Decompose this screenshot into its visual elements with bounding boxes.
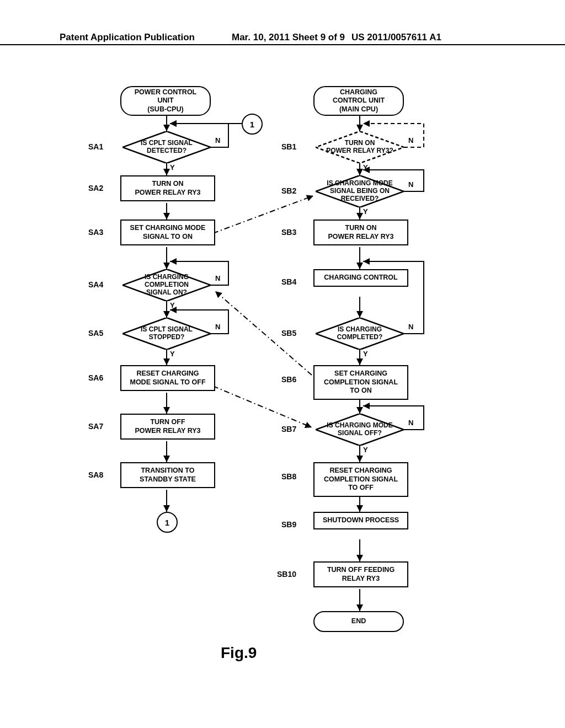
decision-sa4: IS CHARGING COMPLETION SIGNAL ON? [122,269,211,301]
connector-bottom-text: 1 [165,518,169,527]
label-sa8: SA8 [88,470,103,479]
label-sa5: SA5 [88,329,103,338]
sb5-text: IS CHARGING COMPLETED? [316,326,404,341]
label-sb5: SB5 [281,329,296,338]
figure-label: Fig.9 [221,644,257,662]
flowchart-edges [0,83,565,700]
header-date-sheet: Mar. 10, 2011 Sheet 9 of 9 [232,32,345,43]
label-sb1: SB1 [281,142,296,151]
header-publication: Patent Application Publication [60,32,195,43]
sb7-yes: Y [363,446,368,454]
sa5-text: IS CPLT SIGNAL STOPPED? [122,326,211,341]
label-sb9: SB9 [281,520,296,529]
sb5-no: N [408,323,413,331]
connector-bottom: 1 [157,512,178,533]
label-sa1: SA1 [88,142,103,151]
label-sb2: SB2 [281,186,296,195]
left-start-text: POWER CONTROL UNIT (SUB-CPU) [135,88,197,114]
label-sb6: SB6 [281,375,296,384]
sa8-text: TRANSITION TO STANDBY STATE [140,467,196,484]
sb2-yes: Y [363,207,368,216]
process-sa6: RESET CHARGING MODE SIGNAL TO OFF [120,365,215,391]
process-sb3: TURN ON POWER RELAY RY3 [313,220,408,245]
process-sb10: TURN OFF FEEDING RELAY RY3 [313,561,408,587]
sb5-yes: Y [363,350,368,358]
label-sa2: SA2 [88,184,103,192]
sb3-text: TURN ON POWER RELAY RY3 [328,224,393,241]
header-pub-number: US 2011/0057611 A1 [351,32,441,43]
svg-line-22 [213,386,312,427]
sb2-text: IS CHARGING MODE SIGNAL BEING ON RECEIVE… [316,180,404,202]
sb1-text: TURN ON POWER RELAY RY3? [316,140,403,155]
sb1-no: N [408,136,413,144]
sb4-text: CHARGING CONTROL [324,274,397,282]
sa2-text: TURN ON POWER RELAY RY3 [135,180,200,197]
process-sb6: SET CHARGING COMPLETION SIGNAL TO ON [313,365,408,400]
sa1-yes: Y [170,163,175,172]
process-sa7: TURN OFF POWER RELAY RY3 [120,414,215,440]
sa5-no: N [215,323,220,331]
sb7-no: N [408,419,413,427]
label-sb10: SB10 [277,570,296,579]
right-terminator-start: CHARGING CONTROL UNIT (MAIN CPU) [313,86,404,116]
sb2-no: N [408,180,413,189]
sa6-text: RESET CHARGING MODE SIGNAL TO OFF [130,370,205,387]
sa4-yes: Y [170,301,175,309]
decision-sa1: IS CPLT SIGNAL DETECTED? [122,131,211,163]
process-sb4: CHARGING CONTROL [313,269,408,287]
right-end-text: END [351,617,366,626]
label-sa7: SA7 [88,422,103,431]
sb10-text: TURN OFF FEEDING RELAY RY3 [327,566,395,583]
decision-sb1: TURN ON POWER RELAY RY3? [316,131,404,163]
connector-top-text: 1 [250,120,254,129]
svg-line-20 [213,196,313,233]
process-sa3: SET CHARGING MODE SIGNAL TO ON [120,220,215,245]
sb1-yes: Y [363,163,368,172]
label-sb3: SB3 [281,228,296,237]
sa1-no: N [215,136,220,144]
connector-top: 1 [242,114,263,135]
decision-sb7: IS CHARGING MODE SIGNAL OFF? [316,414,404,446]
sb8-text: RESET CHARGING COMPLETION SIGNAL TO OFF [324,467,398,493]
sa5-yes: Y [170,350,175,358]
process-sa8: TRANSITION TO STANDBY STATE [120,462,215,488]
sa4-no: N [215,274,220,282]
sb7-text: IS CHARGING MODE SIGNAL OFF? [316,422,404,437]
label-sb8: SB8 [281,472,296,481]
label-sa3: SA3 [88,228,103,237]
label-sb4: SB4 [281,277,296,286]
sa4-text: IS CHARGING COMPLETION SIGNAL ON? [122,274,211,296]
decision-sa5: IS CPLT SIGNAL STOPPED? [122,318,211,350]
label-sa4: SA4 [88,280,103,289]
process-sa2: TURN ON POWER RELAY RY3 [120,175,215,201]
sa3-text: SET CHARGING MODE SIGNAL TO ON [130,224,206,241]
decision-sb5: IS CHARGING COMPLETED? [316,318,404,350]
sb6-text: SET CHARGING COMPLETION SIGNAL TO ON [324,370,398,395]
process-sb8: RESET CHARGING COMPLETION SIGNAL TO OFF [313,462,408,497]
sa7-text: TURN OFF POWER RELAY RY3 [135,418,200,435]
label-sb7: SB7 [281,425,296,433]
sb9-text: SHUTDOWN PROCESS [323,516,399,525]
sa1-text: IS CPLT SIGNAL DETECTED? [122,140,211,155]
decision-sb2: IS CHARGING MODE SIGNAL BEING ON RECEIVE… [316,175,404,207]
left-terminator-start: POWER CONTROL UNIT (SUB-CPU) [120,86,211,116]
svg-line-21 [215,291,312,375]
process-sb9: SHUTDOWN PROCESS [313,512,408,529]
page-header: Patent Application Publication Mar. 10, … [0,42,565,45]
right-terminator-end: END [313,611,404,632]
right-start-text: CHARGING CONTROL UNIT (MAIN CPU) [333,88,385,114]
label-sa6: SA6 [88,373,103,382]
